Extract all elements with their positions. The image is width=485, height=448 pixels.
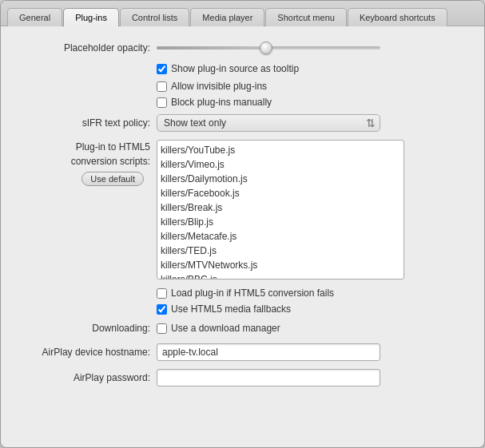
list-item: killers/Facebook.js	[161, 186, 388, 200]
placeholder-opacity-row: Placeholder opacity:	[17, 41, 468, 55]
list-item: killers/Blip.js	[161, 215, 388, 229]
airplay-password-label: AirPlay password:	[17, 371, 157, 385]
airplay-password-input[interactable]	[157, 369, 380, 387]
tab-bar: General Plug-ins Control lists Media pla…	[1, 1, 484, 26]
load-if-fails-label: Load plug-in if HTML5 conversion fails	[171, 287, 334, 299]
list-item: killers/Metacafe.js	[161, 229, 388, 244]
airplay-hostname-row: AirPlay device hostname:	[17, 343, 468, 361]
content-area: Placeholder opacity: Show plug-in source…	[1, 26, 484, 410]
sifr-policy-row: sIFR text policy: Show text only Show te…	[17, 114, 468, 132]
plugin-list[interactable]: killers/YouTube.jskillers/Vimeo.jskiller…	[157, 141, 391, 279]
slider-container	[157, 46, 468, 50]
block-manually-checkbox[interactable]	[157, 97, 167, 108]
allow-invisible-checkbox[interactable]	[157, 81, 167, 92]
conversion-scripts-label: conversion scripts:	[17, 154, 150, 168]
show-tooltip-row: Show plug-in source as tooltip	[157, 63, 468, 74]
airplay-hostname-label: AirPlay device hostname:	[17, 345, 157, 359]
allow-invisible-label: Allow invisible plug-ins	[171, 81, 267, 92]
tab-keyboard-shortcuts[interactable]: Keyboard shortcuts	[348, 8, 447, 26]
placeholder-opacity-label: Placeholder opacity:	[17, 41, 157, 55]
airplay-password-row: AirPlay password:	[17, 369, 468, 387]
slider-fill	[157, 46, 264, 50]
download-manager-label: Use a download manager	[171, 323, 280, 334]
list-item: killers/Break.js	[161, 200, 388, 215]
use-html5-row: Use HTML5 media fallbacks	[157, 303, 468, 315]
list-item: killers/YouTube.js	[161, 143, 388, 157]
block-manually-row: Block plug-ins manually	[157, 97, 468, 108]
plugin-list-container: killers/YouTube.jskillers/Vimeo.jskiller…	[157, 140, 404, 280]
tab-media-player[interactable]: Media player	[190, 8, 264, 26]
download-manager-checkbox[interactable]	[157, 323, 167, 334]
downloading-label: Downloading:	[17, 321, 157, 335]
allow-invisible-row: Allow invisible plug-ins	[157, 81, 468, 92]
block-manually-label: Block plug-ins manually	[171, 97, 272, 108]
load-if-fails-checkbox[interactable]	[157, 288, 167, 299]
sifr-policy-label: sIFR text policy:	[17, 116, 157, 130]
preferences-window: General Plug-ins Control lists Media pla…	[0, 0, 485, 448]
use-html5-checkbox[interactable]	[157, 304, 167, 315]
list-item: killers/Dailymotion.js	[161, 172, 388, 186]
plugin-label-block: Plug-in to HTML5 conversion scripts: Use…	[17, 140, 157, 186]
list-item: killers/TED.js	[161, 244, 388, 258]
sifr-policy-select-wrapper: Show text only Show text and image Show …	[157, 114, 380, 132]
tab-plugins[interactable]: Plug-ins	[63, 8, 119, 26]
use-default-button[interactable]: Use default	[81, 172, 144, 186]
airplay-hostname-input[interactable]	[157, 343, 380, 361]
plugin-conversion-section: Plug-in to HTML5 conversion scripts: Use…	[17, 140, 468, 280]
tab-control-lists[interactable]: Control lists	[120, 8, 189, 26]
show-tooltip-checkbox[interactable]	[157, 64, 167, 74]
plugin-conversion-label: Plug-in to HTML5	[17, 140, 150, 154]
list-item: killers/Vimeo.js	[161, 157, 388, 172]
sifr-policy-select[interactable]: Show text only Show text and image Show …	[157, 114, 380, 132]
list-item: killers/BBC.js	[161, 272, 388, 279]
downloading-row: Downloading: Use a download manager	[17, 321, 468, 335]
load-if-fails-row: Load plug-in if HTML5 conversion fails	[157, 287, 468, 299]
use-html5-label: Use HTML5 media fallbacks	[171, 303, 291, 315]
placeholder-opacity-slider-track[interactable]	[157, 46, 380, 50]
show-tooltip-label: Show plug-in source as tooltip	[171, 63, 299, 74]
tab-general[interactable]: General	[7, 8, 62, 26]
tab-shortcut-menu[interactable]: Shortcut menu	[265, 8, 347, 26]
slider-thumb[interactable]	[260, 42, 272, 54]
list-item: killers/MTVNetworks.js	[161, 258, 388, 272]
